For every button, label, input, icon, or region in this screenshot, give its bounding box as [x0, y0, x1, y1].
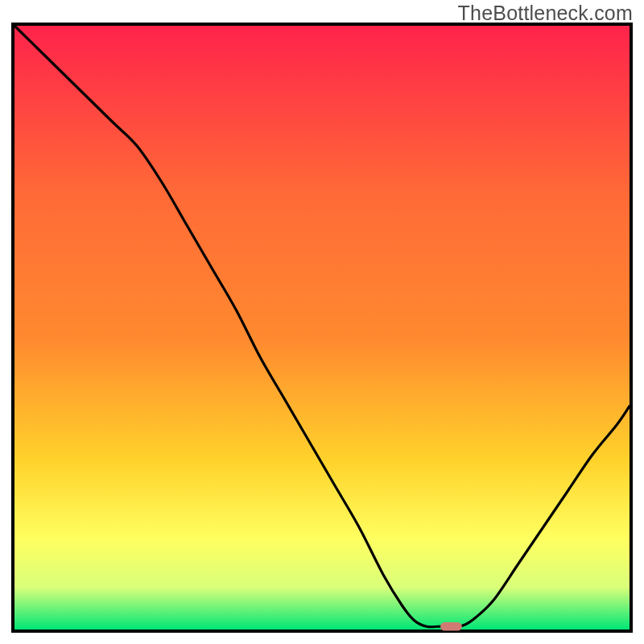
watermark-text: TheBottleneck.com [458, 2, 633, 25]
frame-right [630, 23, 633, 633]
frame-bottom [11, 630, 633, 633]
optimal-marker [440, 622, 462, 631]
frame-left [11, 23, 14, 633]
bottleneck-chart [0, 0, 644, 644]
chart-stage: TheBottleneck.com [0, 0, 644, 644]
